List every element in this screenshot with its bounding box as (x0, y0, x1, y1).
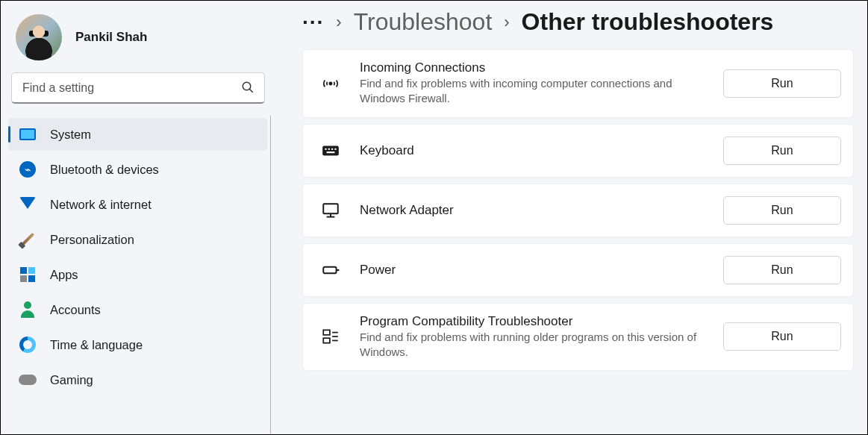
search-input[interactable] (11, 72, 265, 104)
system-icon (19, 125, 37, 143)
pers-icon (19, 231, 37, 248)
card-title: Network Adapter (360, 203, 714, 218)
sidebar-item-label: System (50, 128, 91, 142)
sidebar-item-apps[interactable]: Apps (8, 258, 267, 291)
svg-rect-8 (327, 151, 335, 153)
svg-rect-14 (323, 331, 330, 336)
sidebar-item-system[interactable]: System (8, 118, 267, 151)
sidebar-item-label: Gaming (50, 373, 93, 387)
chevron-right-icon: › (336, 13, 341, 32)
sidebar-item-acct[interactable]: Accounts (8, 293, 267, 326)
run-button[interactable]: Run (723, 322, 841, 351)
page-title: Other troubleshooters (522, 8, 774, 36)
card-description: Find and fix problems with running older… (360, 330, 714, 360)
card-description: Find and fix problems with incoming comp… (360, 76, 714, 107)
net-icon (19, 195, 37, 213)
sidebar-item-net[interactable]: Network & internet (8, 188, 267, 221)
card-body: Incoming ConnectionsFind and fix problem… (343, 60, 723, 107)
avatar (16, 14, 62, 60)
apps-icon (19, 266, 37, 284)
svg-rect-15 (323, 338, 330, 343)
svg-rect-6 (331, 148, 333, 149)
user-name: Pankil Shah (75, 30, 147, 45)
card-title: Incoming Connections (360, 60, 714, 75)
svg-line-1 (249, 89, 253, 93)
sidebar-item-bt[interactable]: ⌁Bluetooth & devices (8, 153, 267, 186)
run-button[interactable]: Run (723, 69, 841, 98)
troubleshooter-card: PowerRun (302, 243, 854, 297)
svg-rect-9 (323, 204, 338, 213)
time-icon (19, 336, 37, 354)
sidebar-item-label: Apps (50, 268, 78, 282)
run-button[interactable]: Run (723, 137, 841, 165)
run-button[interactable]: Run (723, 256, 841, 284)
sidebar-item-game[interactable]: Gaming (8, 363, 267, 396)
broadcast-icon (318, 71, 343, 96)
nav: System⌁Bluetooth & devicesNetwork & inte… (8, 116, 271, 434)
bt-icon: ⌁ (19, 160, 37, 178)
troubleshooter-card: Program Compatibility TroubleshooterFind… (302, 303, 854, 372)
sidebar-item-label: Accounts (50, 303, 101, 317)
svg-rect-7 (334, 148, 336, 149)
breadcrumb-troubleshoot[interactable]: Troubleshoot (354, 8, 493, 36)
card-body: Power (343, 263, 723, 278)
keyboard-icon (318, 138, 343, 163)
breadcrumb: ··· › Troubleshoot › Other troubleshoote… (302, 8, 854, 36)
troubleshooter-card: Network AdapterRun (302, 184, 854, 237)
troubleshooter-card: KeyboardRun (302, 124, 854, 178)
search-wrap (11, 72, 265, 104)
svg-rect-4 (325, 148, 326, 149)
svg-point-0 (243, 82, 251, 90)
breadcrumb-more-icon[interactable]: ··· (302, 10, 324, 34)
svg-point-2 (329, 82, 331, 84)
svg-rect-5 (328, 148, 330, 149)
chevron-right-icon: › (504, 13, 509, 32)
card-body: Program Compatibility TroubleshooterFind… (343, 314, 723, 360)
svg-rect-12 (323, 266, 336, 273)
sidebar-item-label: Network & internet (50, 198, 152, 212)
sidebar-item-label: Time & language (50, 338, 143, 352)
troubleshooter-list: Incoming ConnectionsFind and fix problem… (302, 49, 854, 371)
card-body: Keyboard (343, 143, 723, 158)
sidebar: Pankil Shah System⌁Bluetooth & devicesNe… (1, 1, 271, 434)
sidebar-item-time[interactable]: Time & language (8, 328, 267, 361)
card-title: Keyboard (360, 143, 714, 158)
svg-rect-3 (322, 145, 339, 155)
search-icon (241, 81, 255, 94)
monitor-icon (318, 198, 343, 223)
troubleshooter-card: Incoming ConnectionsFind and fix problem… (302, 49, 854, 118)
sidebar-item-label: Bluetooth & devices (50, 163, 159, 177)
card-body: Network Adapter (343, 203, 723, 218)
battery-icon (318, 257, 343, 283)
card-title: Program Compatibility Troubleshooter (360, 314, 714, 329)
acct-icon (19, 301, 37, 319)
run-button[interactable]: Run (723, 196, 841, 225)
card-title: Power (360, 263, 714, 278)
sidebar-item-label: Personalization (50, 233, 134, 247)
user-profile[interactable]: Pankil Shah (8, 10, 271, 72)
compat-icon (318, 324, 343, 349)
game-icon (19, 371, 37, 389)
sidebar-item-pers[interactable]: Personalization (8, 223, 267, 256)
main: ··· › Troubleshoot › Other troubleshoote… (271, 1, 867, 434)
